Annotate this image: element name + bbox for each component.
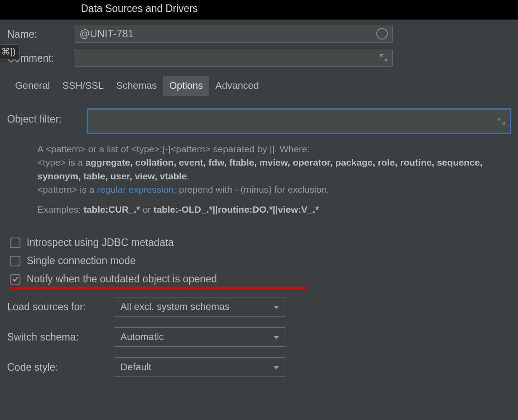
notify-outdated-label: Notify when the outdated object is opene… <box>27 273 217 285</box>
object-filter-label: Object filter: <box>7 109 87 134</box>
tab-schemas[interactable]: Schemas <box>110 76 163 96</box>
chevron-down-icon <box>273 301 279 313</box>
single-connection-label: Single connection mode <box>27 255 136 267</box>
code-style-value: Default <box>120 361 151 373</box>
switch-schema-value: Automatic <box>120 331 164 343</box>
object-filter-help: A <pattern> or a list of <type>:[-]<patt… <box>37 143 508 216</box>
help-line1: A <pattern> or a list of <type>:[-]<patt… <box>37 143 508 156</box>
highlight-underline <box>10 287 307 289</box>
name-input[interactable]: @UNIT-781 <box>74 25 393 43</box>
load-sources-value: All excl. system schemas <box>120 301 230 313</box>
code-style-select[interactable]: Default <box>114 357 286 377</box>
help-line2: <type> is a aggregate, collation, event,… <box>37 156 508 183</box>
object-filter-input[interactable] <box>87 109 511 134</box>
name-value: @UNIT-781 <box>80 28 134 40</box>
switch-schema-label: Switch schema: <box>7 331 114 343</box>
regex-link[interactable]: regular expression <box>97 184 174 194</box>
help-examples: Examples: table:CUR_.* or table:-OLD_.*|… <box>37 203 508 216</box>
expand-icon[interactable] <box>498 117 506 125</box>
color-circle-icon[interactable] <box>376 28 388 40</box>
introspect-jdbc-checkbox[interactable] <box>10 238 20 248</box>
tab-options[interactable]: Options <box>163 76 209 96</box>
introspect-jdbc-label: Introspect using JDBC metadata <box>27 237 174 249</box>
chevron-down-icon <box>273 331 279 343</box>
comment-input[interactable] <box>74 49 393 67</box>
chevron-down-icon <box>273 361 279 373</box>
window-title: Data Sources and Drivers <box>0 0 518 20</box>
tab-general[interactable]: General <box>9 76 56 96</box>
single-connection-checkbox[interactable] <box>10 256 20 266</box>
code-style-label: Code style: <box>7 361 114 373</box>
shortcut-hint-badge: ⌘]) <box>0 44 20 59</box>
load-sources-label: Load sources for: <box>7 301 114 313</box>
notify-outdated-checkbox[interactable] <box>10 274 20 285</box>
name-label: Name: <box>7 28 74 40</box>
tab-bar: General SSH/SSL Schemas Options Advanced <box>7 76 511 96</box>
switch-schema-select[interactable]: Automatic <box>114 327 286 347</box>
tab-sshssl[interactable]: SSH/SSL <box>56 76 110 96</box>
help-line3: <pattern> is a regular expression; prepe… <box>37 183 508 196</box>
expand-icon[interactable] <box>380 54 388 62</box>
load-sources-select[interactable]: All excl. system schemas <box>114 297 286 317</box>
tab-advanced[interactable]: Advanced <box>209 76 265 96</box>
